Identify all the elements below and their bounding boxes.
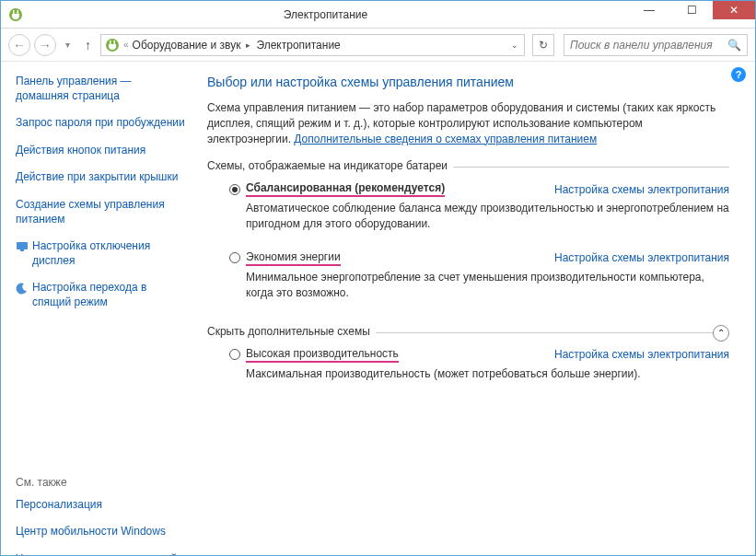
plan-settings-link[interactable]: Настройка схемы электропитания — [554, 348, 729, 361]
additional-plans-fieldset: Скрыть дополнительные схемы ⌃ Высокая пр… — [207, 325, 729, 391]
plan-settings-link[interactable]: Настройка схемы электропитания — [554, 251, 729, 264]
intro-link[interactable]: Дополнительные сведения о схемах управле… — [294, 133, 597, 145]
page-title: Выбор или настройка схемы управления пит… — [207, 75, 729, 89]
window-title: Электропитание — [23, 8, 628, 21]
forward-button[interactable]: → — [34, 34, 56, 56]
plan-name-label: Сбалансированная (рекомендуется) — [246, 181, 445, 197]
chevron-down-icon[interactable]: ⌄ — [509, 41, 520, 50]
sidebar-link[interactable]: Действие при закрытии крышки — [16, 170, 187, 185]
see-also-link[interactable]: Центр мобильности Windows — [16, 525, 187, 539]
history-dropdown-icon[interactable]: ▾ — [60, 40, 76, 50]
radio-unchecked-icon — [229, 349, 240, 360]
search-input[interactable] — [570, 39, 727, 52]
monitor-icon — [16, 240, 29, 253]
minimize-button[interactable]: — — [628, 1, 670, 19]
breadcrumb-icon — [105, 38, 120, 52]
app-icon — [8, 7, 23, 22]
plan-name-label: Высокая производительность — [246, 347, 399, 363]
plan-description: Автоматическое соблюдение баланса между … — [246, 201, 729, 232]
close-button[interactable]: ✕ — [713, 1, 755, 19]
breadcrumb-item[interactable]: Электропитание — [256, 39, 340, 52]
radio-checked-icon — [229, 184, 240, 195]
plan-description: Максимальная производительность (может п… — [246, 366, 729, 382]
breadcrumb-prev-icon[interactable]: « — [123, 40, 129, 50]
sidebar-home-link[interactable]: Панель управления — домашняя страница — [16, 75, 187, 103]
sidebar-link[interactable]: Создание схемы управления питанием — [16, 198, 187, 226]
breadcrumb[interactable]: « Оборудование и звук ▸ Электропитание ⌄ — [100, 34, 525, 56]
radio-unchecked-icon — [229, 252, 240, 263]
intro-paragraph: Схема управления питанием — это набор па… — [207, 100, 729, 146]
up-button[interactable]: ↑ — [79, 38, 97, 52]
plan-radio-saver[interactable]: Экономия энергии — [229, 250, 341, 266]
sidebar-link[interactable]: Запрос пароля при пробуждении — [16, 116, 187, 131]
fieldset-legend: Схемы, отображаемые на индикаторе батаре… — [207, 159, 453, 172]
see-also-link[interactable]: Персонализация — [16, 498, 187, 513]
breadcrumb-item[interactable]: Оборудование и звук — [133, 39, 241, 52]
fieldset-legend: Скрыть дополнительные схемы — [207, 325, 376, 338]
titlebar: Электропитание — ☐ ✕ — [1, 1, 755, 29]
sidebar: Панель управления — домашняя страница За… — [1, 62, 194, 555]
search-icon[interactable]: 🔍 — [727, 39, 741, 52]
plan-radio-high[interactable]: Высокая производительность — [229, 347, 399, 363]
search-box[interactable]: 🔍 — [564, 34, 748, 56]
plan-settings-link[interactable]: Настройка схемы электропитания — [554, 183, 729, 196]
collapse-button[interactable]: ⌃ — [713, 325, 729, 342]
plan-name-label: Экономия энергии — [246, 250, 341, 266]
maximize-button[interactable]: ☐ — [670, 1, 713, 19]
back-button[interactable]: ← — [8, 34, 30, 56]
main-content: ? Выбор или настройка схемы управления п… — [194, 62, 755, 555]
see-also-label: См. также — [16, 476, 187, 489]
help-button[interactable]: ? — [731, 67, 746, 82]
sidebar-link-sleep[interactable]: Настройка перехода в спящий режим — [16, 281, 187, 309]
sidebar-item-label: Настройка отключения дисплея — [32, 239, 187, 268]
plan-balanced: Сбалансированная (рекомендуется) Настрой… — [207, 172, 729, 241]
refresh-button[interactable]: ↻ — [532, 34, 554, 56]
sidebar-link[interactable]: Действия кнопок питания — [16, 144, 187, 158]
sidebar-item-label: Настройка перехода в спящий режим — [32, 281, 187, 309]
moon-icon — [16, 282, 29, 295]
plans-fieldset: Схемы, отображаемые на индикаторе батаре… — [207, 159, 729, 309]
see-also-link[interactable]: Учетные записи пользователей — [16, 552, 187, 556]
plan-radio-balanced[interactable]: Сбалансированная (рекомендуется) — [229, 181, 445, 197]
plan-high: Высокая производительность Настройка схе… — [207, 338, 729, 391]
plan-saver: Экономия энергии Настройка схемы электро… — [207, 241, 729, 310]
toolbar: ← → ▾ ↑ « Оборудование и звук ▸ Электроп… — [1, 29, 755, 62]
chevron-right-icon[interactable]: ▸ — [244, 41, 252, 50]
plan-description: Минимальное энергопотребление за счет ум… — [246, 270, 729, 301]
sidebar-link-display-off[interactable]: Настройка отключения дисплея — [16, 239, 187, 268]
